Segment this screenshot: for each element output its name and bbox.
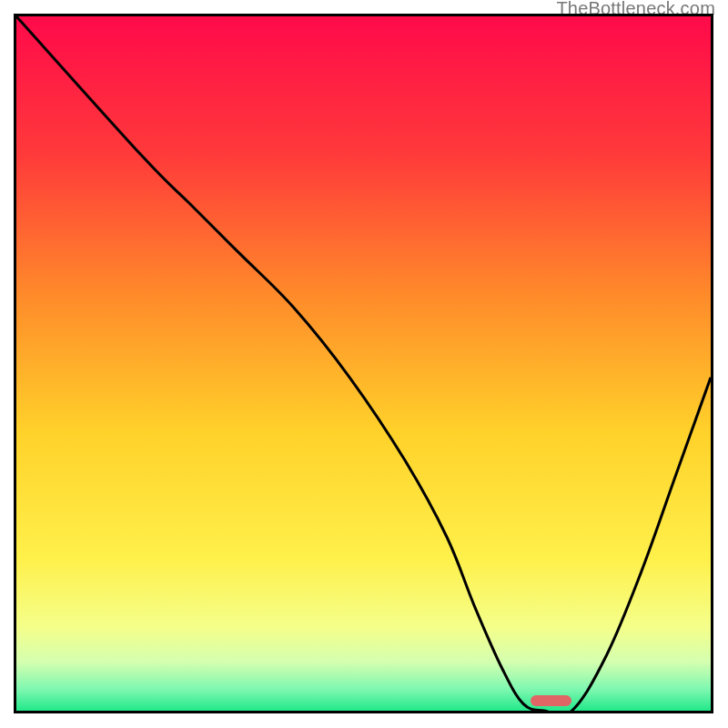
bottleneck-curve	[16, 16, 711, 711]
optimal-marker	[531, 695, 572, 706]
chart-frame: TheBottleneck.com	[0, 0, 728, 728]
plot-area	[14, 14, 713, 713]
